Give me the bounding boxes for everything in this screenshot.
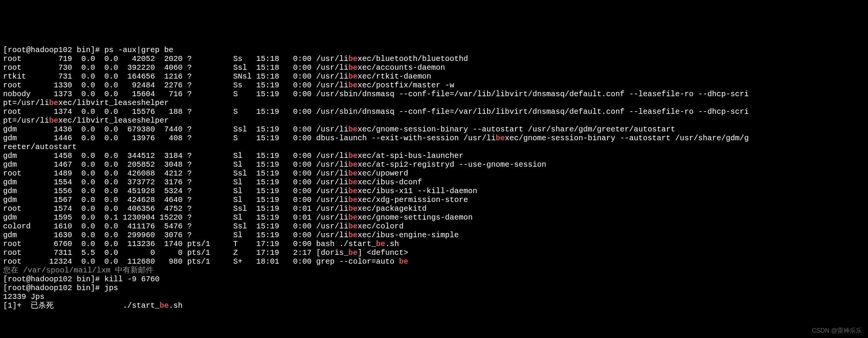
process-row: gdm 1458 0.0 0.0 344512 3184 ? Sl 15:19 … <box>3 151 463 160</box>
process-row: gdm 1567 0.0 0.0 424628 4640 ? Sl 15:19 … <box>3 195 468 204</box>
prompt: [root@hadoop102 bin]# <box>3 46 104 54</box>
process-row: gdm 1436 0.0 0.0 679380 7440 ? Ssl 15:19… <box>3 125 675 134</box>
command-ps: ps -aux|grep be <box>104 46 173 54</box>
prompt: [root@hadoop102 bin]# <box>3 284 104 292</box>
job-killed-line: [1]+ 已杀死 ./start_be.sh <box>3 301 183 310</box>
prompt: [root@hadoop102 bin]# <box>3 275 104 284</box>
command-jps: jps <box>104 284 118 292</box>
command-kill: kill -9 6760 <box>104 275 160 284</box>
jps-output: 12339 Jps <box>3 292 44 301</box>
process-row: root 6760 0.0 0.0 113236 1740 pts/1 T 17… <box>3 240 399 248</box>
terminal[interactable]: [root@hadoop102 bin]# ps -aux|grep be ro… <box>0 44 868 312</box>
process-row: root 12324 0.0 0.0 112680 980 pts/1 S+ 1… <box>3 257 408 266</box>
process-row: gdm 1630 0.0 0.0 299960 3076 ? Sl 15:19 … <box>3 231 459 240</box>
process-row: root 719 0.0 0.0 42052 2020 ? Ss 15:18 0… <box>3 54 468 63</box>
watermark: CSDN @雷神乐乐 <box>812 326 862 335</box>
process-row: root 1489 0.0 0.0 426088 4212 ? Ssl 15:1… <box>3 169 408 178</box>
mail-notice: 您在 /var/spool/mail/lxm 中有新邮件 <box>3 266 153 275</box>
process-list: root 719 0.0 0.0 42052 2020 ? Ss 15:18 0… <box>3 54 865 266</box>
process-row: gdm 1554 0.0 0.0 373772 3176 ? Sl 15:19 … <box>3 178 422 187</box>
process-row: root 1330 0.0 0.0 92484 2276 ? Ss 15:19 … <box>3 81 454 90</box>
process-row: gdm 1446 0.0 0.0 13976 408 ? S 15:19 0:0… <box>3 134 749 143</box>
process-row: gdm 1467 0.0 0.0 205852 3048 ? Sl 15:19 … <box>3 160 546 169</box>
process-row: gdm 1595 0.0 0.1 1230904 15220 ? Sl 15:1… <box>3 213 473 222</box>
process-row: colord 1610 0.0 0.0 411176 5476 ? Ssl 15… <box>3 222 404 231</box>
process-row: rtkit 731 0.0 0.0 164656 1216 ? SNsl 15:… <box>3 72 431 81</box>
process-row: root 1374 0.0 0.0 15576 188 ? S 15:19 0:… <box>3 107 749 116</box>
process-row: root 730 0.0 0.0 392220 4060 ? Ssl 15:18… <box>3 63 445 72</box>
process-row: nobody 1373 0.0 0.0 15604 716 ? S 15:19 … <box>3 90 749 98</box>
process-row: root 7311 5.5 0.0 0 0 pts/1 Z 17:19 2:17… <box>3 248 408 257</box>
process-row: gdm 1556 0.0 0.0 451928 5324 ? Sl 15:19 … <box>3 187 477 195</box>
process-row: root 1574 0.0 0.0 406356 4752 ? Ssl 15:1… <box>3 204 427 213</box>
